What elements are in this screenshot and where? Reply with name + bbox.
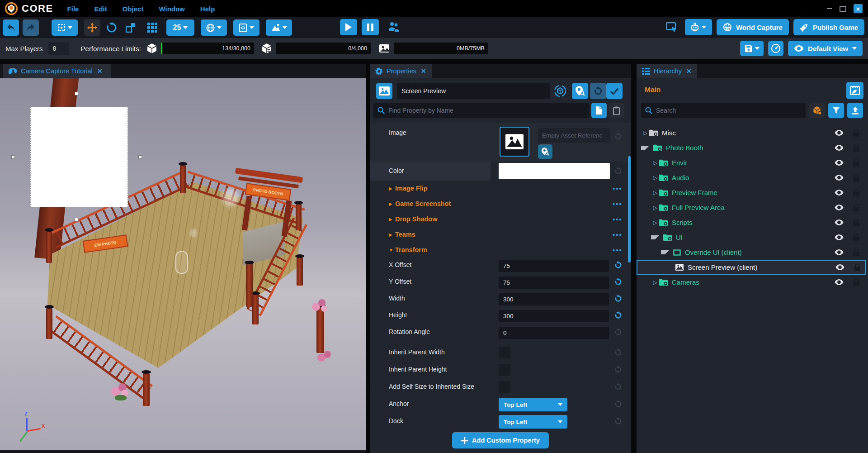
lock-icon[interactable]	[854, 264, 860, 271]
copy-properties-button[interactable]	[591, 103, 607, 118]
lock-icon[interactable]	[853, 129, 859, 137]
visibility-eye-icon[interactable]	[835, 205, 844, 210]
lock-icon[interactable]	[853, 204, 859, 211]
reset-button[interactable]	[614, 348, 622, 356]
lock-icon[interactable]	[853, 189, 859, 196]
visibility-eye-icon[interactable]	[835, 145, 844, 151]
reset-x-offset-button[interactable]	[614, 261, 622, 269]
paste-properties-button[interactable]	[609, 103, 624, 118]
inherit-parent-width-checkbox[interactable]	[499, 347, 510, 358]
reset-button[interactable]	[614, 366, 622, 373]
filter-button[interactable]	[828, 103, 844, 118]
lock-icon[interactable]	[853, 279, 859, 286]
terrain-dropdown[interactable]	[266, 19, 292, 36]
lock-icon[interactable]	[853, 234, 859, 241]
menu-window[interactable]: Window	[151, 5, 192, 13]
x-offset-input[interactable]	[499, 260, 609, 272]
snap-size-dropdown[interactable]: 25	[166, 19, 194, 36]
visibility-eye-icon[interactable]	[835, 219, 844, 225]
selection-handle-bottom[interactable]	[75, 218, 78, 221]
undo-button[interactable]	[3, 19, 19, 36]
selection-handle-left[interactable]	[11, 155, 15, 159]
tree-row-cameras[interactable]: ▷ Cameras	[637, 275, 868, 290]
close-icon[interactable]: ×	[854, 4, 863, 13]
menu-file[interactable]: File	[60, 5, 87, 13]
reset-button[interactable]	[614, 400, 622, 408]
tree-row-audio[interactable]: ▷ Audio	[637, 170, 868, 185]
group-transform[interactable]: ▼Transform•••	[370, 242, 631, 257]
properties-tab[interactable]: Properties ✕	[370, 64, 432, 78]
script-dropdown[interactable]	[233, 19, 259, 36]
save-dropdown[interactable]	[740, 41, 764, 56]
find-in-hierarchy-button[interactable]	[572, 83, 588, 99]
image-thumbnail[interactable]	[500, 127, 529, 157]
visibility-eye-icon[interactable]	[835, 130, 844, 136]
reset-button[interactable]	[614, 383, 622, 391]
export-button[interactable]	[847, 103, 863, 118]
tree-row-override-ui[interactable]: Override UI (client)	[637, 245, 868, 260]
find-property-input[interactable]	[385, 107, 585, 114]
reset-image-button[interactable]	[614, 133, 622, 140]
publish-game-button[interactable]: Publish Game	[793, 19, 864, 35]
grid-snap-button[interactable]	[145, 23, 160, 33]
screen-preview-overlay[interactable]	[30, 107, 128, 207]
object-type-image-button[interactable]	[376, 83, 392, 99]
default-view-dropdown[interactable]: Default View	[788, 41, 863, 56]
find-property-search[interactable]	[373, 103, 590, 118]
tree-row-photo-booth[interactable]: Photo Booth	[637, 140, 866, 155]
tree-row-scripts[interactable]: ▷ Scripts	[637, 215, 868, 230]
tab-close-icon[interactable]: ✕	[97, 67, 103, 75]
reset-rotation-button[interactable]	[614, 328, 622, 336]
width-input[interactable]	[499, 293, 609, 305]
properties-scrollbar[interactable]	[628, 156, 631, 262]
reset-width-button[interactable]	[614, 295, 622, 302]
revert-name-button[interactable]	[590, 83, 606, 99]
viewport-tab[interactable]: Camera Capture Tutorial ✕	[3, 64, 111, 78]
multiplayer-preview-button[interactable]	[383, 22, 404, 33]
inherit-parent-height-checkbox[interactable]	[499, 364, 510, 376]
color-swatch[interactable]	[499, 163, 610, 179]
group-game-screenshot[interactable]: ▶Game Screenshot•••	[370, 196, 631, 211]
lock-icon[interactable]	[853, 174, 859, 181]
group-teams[interactable]: ▶Teams•••	[370, 227, 631, 242]
group-menu-icon[interactable]: •••	[613, 231, 623, 238]
anchor-dropdown[interactable]: Top Left	[499, 398, 567, 411]
lock-icon[interactable]	[853, 159, 859, 167]
lock-icon[interactable]	[853, 249, 859, 256]
group-menu-icon[interactable]: •••	[613, 200, 623, 208]
add-custom-property-button[interactable]: Add Custom Property	[452, 432, 549, 448]
visibility-eye-icon[interactable]	[835, 160, 844, 166]
tree-row-envir[interactable]: ▷ Envir	[637, 155, 868, 170]
menu-object[interactable]: Object	[115, 5, 151, 13]
performance-gauge-button[interactable]	[768, 41, 783, 56]
bot-dropdown[interactable]	[685, 19, 712, 35]
group-menu-icon[interactable]: •••	[613, 246, 623, 254]
visibility-eye-icon[interactable]	[835, 175, 844, 181]
restore-icon[interactable]	[840, 6, 846, 12]
lock-icon[interactable]	[853, 219, 859, 226]
template-filter-button[interactable]	[809, 103, 825, 118]
confirm-name-button[interactable]	[606, 83, 623, 99]
hierarchy-tab[interactable]: Hierarchy ✕	[637, 64, 697, 78]
scene-3d-view[interactable]: PHOTO BOOTH EW PHOTO	[0, 78, 366, 450]
height-input[interactable]	[499, 310, 609, 322]
max-players-input[interactable]	[48, 42, 69, 55]
menu-help[interactable]: Help	[193, 5, 223, 13]
reset-button[interactable]	[614, 417, 622, 425]
rotate-tool-button[interactable]	[104, 22, 119, 33]
tree-row-preview-frame[interactable]: ▷ Preview Frame	[637, 185, 868, 200]
visibility-eye-icon[interactable]	[835, 249, 844, 255]
lock-icon[interactable]	[853, 144, 859, 152]
group-drop-shadow[interactable]: ▶Drop Shadow•••	[370, 211, 631, 227]
selection-handle-right[interactable]	[138, 155, 142, 159]
hierarchy-search-input[interactable]	[652, 107, 802, 114]
visibility-eye-icon[interactable]	[835, 190, 844, 196]
pause-button[interactable]	[362, 19, 379, 35]
selection-handle-top[interactable]	[75, 92, 78, 95]
scene-template-button[interactable]	[846, 82, 863, 99]
minimize-icon[interactable]	[827, 8, 832, 9]
tab-close-icon[interactable]: ✕	[421, 67, 426, 75]
visibility-eye-icon[interactable]	[835, 234, 844, 240]
scale-tool-button[interactable]	[123, 23, 138, 33]
y-offset-input[interactable]	[499, 277, 609, 289]
